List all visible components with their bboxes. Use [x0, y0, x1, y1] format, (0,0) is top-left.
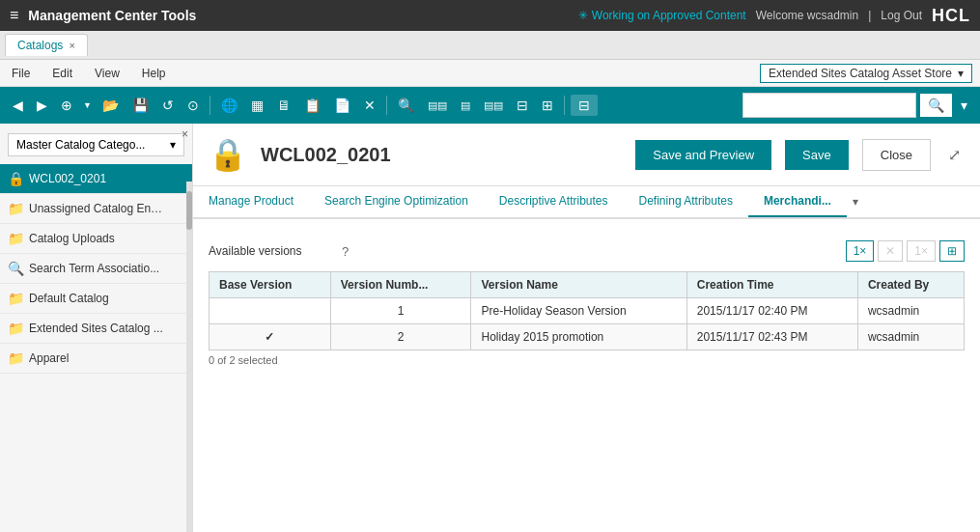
content-panel: 🔒 WCL002_0201 Save and Preview Save Clos…	[193, 124, 980, 532]
content-tabs: Manage Product Search Engine Optimizatio…	[193, 186, 980, 219]
menu-file[interactable]: File	[8, 65, 34, 82]
sidebar-item-unassigned[interactable]: 📁 Unassigned Catalog Entr...	[0, 194, 192, 224]
sidebar-dropdown-label: Master Catalog Catego...	[16, 138, 145, 152]
folder-blue-icon: 📁	[8, 201, 23, 216]
sidebar-item-uploads[interactable]: 📁 Catalog Uploads	[0, 224, 192, 254]
tab-label: Catalogs	[17, 39, 63, 52]
status-text: Working on Approved Content	[592, 9, 746, 22]
store-selector[interactable]: Extended Sites Catalog Asset Store ▾	[760, 64, 972, 83]
row1-version-num: 1	[330, 298, 471, 324]
toolbar-back-btn[interactable]: ◀	[8, 95, 28, 116]
toolbar-open-btn[interactable]: 📂	[98, 95, 124, 116]
row2-version-name: Holiday 2015 promotion	[471, 324, 686, 350]
sidebar-item-label: WCL002_0201	[29, 172, 106, 185]
menu-help[interactable]: Help	[138, 65, 170, 82]
versions-table-body: 1 Pre-Holiday Season Version 2015/11/17 …	[210, 298, 965, 350]
help-icon[interactable]: ?	[342, 244, 349, 259]
catalogs-tab[interactable]: Catalogs ×	[5, 34, 88, 56]
toolbar-forward-btn[interactable]: ▶	[32, 95, 52, 116]
toolbar-search-dropdown-btn[interactable]: ▾	[956, 95, 972, 116]
menu-edit[interactable]: Edit	[48, 65, 76, 82]
version-grid-btn[interactable]: ⊞	[939, 240, 965, 262]
toolbar: ◀ ▶ ⊕ ▼ 📂 💾 ↺ ⊙ 🌐 ▦ 🖥 📋 📄 ✕ 🔍 ▤▤ ▤ ▤▤ ⊟ …	[0, 87, 980, 124]
expand-button[interactable]: ⤢	[944, 142, 965, 168]
toolbar-split-btn[interactable]: ⊟	[512, 95, 533, 116]
toolbar-paste-btn[interactable]: 📄	[329, 95, 355, 116]
sidebar-item-default[interactable]: 📁 Default Catalog	[0, 284, 192, 314]
toolbar-search-area: 🔍 ▾	[742, 93, 972, 118]
tab-more-btn[interactable]: ▾	[847, 186, 864, 217]
tab-descriptive[interactable]: Descriptive Attributes	[484, 186, 624, 217]
toolbar-separator-2	[386, 96, 387, 115]
logout-link[interactable]: Log Out	[881, 9, 922, 22]
sidebar-dropdown[interactable]: Master Catalog Catego... ▾	[8, 133, 184, 156]
toolbar-separator-1	[210, 96, 210, 115]
top-bar-left: ≡ Management Center Tools	[10, 7, 196, 24]
sidebar-item-wcl002[interactable]: 🔒 WCL002_0201	[0, 164, 192, 194]
table-row[interactable]: ✓ 2 Holiday 2015 promotion 2015/11/17 02…	[210, 324, 965, 350]
version-add-btn[interactable]: 1×	[846, 240, 875, 262]
versions-row: Available versions ? 1× ✕ 1× ⊞	[209, 240, 965, 262]
save-button[interactable]: Save	[785, 140, 849, 170]
toolbar-refresh-btn[interactable]: ↺	[157, 95, 179, 116]
toolbar-monitor-btn[interactable]: 🖥	[272, 95, 295, 116]
toolbar-special-btn[interactable]: ⊟	[571, 95, 598, 116]
folder-teal-icon: 📁	[8, 321, 23, 336]
version-cancel-btn[interactable]: ✕	[878, 240, 903, 262]
row2-creation-time: 2015/11/17 02:43 PM	[686, 324, 857, 350]
menu-view[interactable]: View	[91, 65, 124, 82]
hamburger-menu[interactable]: ≡	[10, 7, 18, 24]
store-selector-label: Extended Sites Catalog Asset Store	[769, 67, 952, 80]
toolbar-search-input[interactable]	[742, 93, 916, 118]
versions-toolbar: 1× ✕ 1× ⊞	[846, 240, 965, 262]
sidebar-close-btn[interactable]: ×	[182, 127, 188, 141]
toolbar-barcode2-btn[interactable]: ▤▤	[479, 97, 508, 115]
folder-blue-icon: 📁	[8, 231, 23, 246]
col-version-name: Version Name	[471, 272, 686, 298]
toolbar-save-btn[interactable]: 💾	[127, 95, 154, 116]
tab-manage-product[interactable]: Manage Product	[193, 186, 309, 217]
sidebar: × Master Catalog Catego... ▾ 🔒 WCL002_02…	[0, 124, 193, 532]
toolbar-list-btn[interactable]: ▤	[456, 97, 475, 115]
tab-seo[interactable]: Search Engine Optimization	[309, 186, 484, 217]
menu-items: File Edit View Help	[8, 65, 170, 82]
sidebar-item-search[interactable]: 🔍 Search Term Associatio...	[0, 254, 192, 284]
main-area: × Master Catalog Catego... ▾ 🔒 WCL002_02…	[0, 124, 980, 532]
toolbar-stop-btn[interactable]: ⊙	[182, 95, 204, 116]
close-button[interactable]: Close	[862, 139, 931, 171]
toolbar-barcode-btn[interactable]: ▤▤	[423, 97, 452, 115]
row1-creation-time: 2015/11/17 02:40 PM	[686, 298, 857, 324]
hcl-logo: HCL	[932, 6, 970, 26]
tab-defining[interactable]: Defining Attributes	[624, 186, 748, 217]
row1-base	[210, 298, 331, 324]
tab-merch[interactable]: Merchandi...	[748, 186, 847, 217]
toolbar-separator-3	[564, 96, 565, 115]
product-title: WCL002_0201	[261, 144, 622, 166]
version-edit-btn[interactable]: 1×	[907, 240, 936, 262]
toolbar-globe-btn[interactable]: 🌐	[216, 95, 242, 116]
sidebar-item-label: Unassigned Catalog Entr...	[29, 202, 164, 215]
toolbar-grid-btn[interactable]: ▦	[246, 95, 268, 116]
versions-table-header: Base Version Version Numb... Version Nam…	[210, 272, 965, 298]
toolbar-add-btn[interactable]: ⊕	[56, 95, 77, 116]
toolbar-search-execute-btn[interactable]: 🔍	[920, 94, 952, 117]
app-title: Management Center Tools	[28, 8, 196, 23]
toolbar-add-dropdown-btn[interactable]: ▼	[81, 98, 94, 113]
toolbar-sku-btn[interactable]: ⊞	[537, 95, 558, 116]
folder-teal-icon: 📁	[8, 291, 23, 306]
toolbar-search-btn[interactable]: 🔍	[393, 95, 419, 116]
save-preview-button[interactable]: Save and Preview	[635, 140, 771, 170]
sidebar-item-label: Default Catalog	[29, 292, 109, 305]
sidebar-scrollbar-thumb[interactable]	[186, 191, 192, 230]
table-row[interactable]: 1 Pre-Holiday Season Version 2015/11/17 …	[210, 298, 965, 324]
toolbar-delete-btn[interactable]: ✕	[359, 95, 380, 116]
sidebar-item-label: Apparel	[29, 351, 69, 365]
sidebar-scrollbar[interactable]	[186, 182, 192, 532]
toolbar-copy-btn[interactable]: 📋	[299, 95, 325, 116]
lock-icon: 🔒	[8, 171, 23, 186]
top-bar: ≡ Management Center Tools ✳ Working on A…	[0, 0, 980, 31]
sidebar-item-extended[interactable]: 📁 Extended Sites Catalog ...	[0, 314, 192, 344]
sidebar-item-apparel[interactable]: 📁 Apparel	[0, 344, 192, 374]
menu-bar: File Edit View Help Extended Sites Catal…	[0, 60, 980, 87]
tab-close-icon[interactable]: ×	[69, 40, 74, 51]
